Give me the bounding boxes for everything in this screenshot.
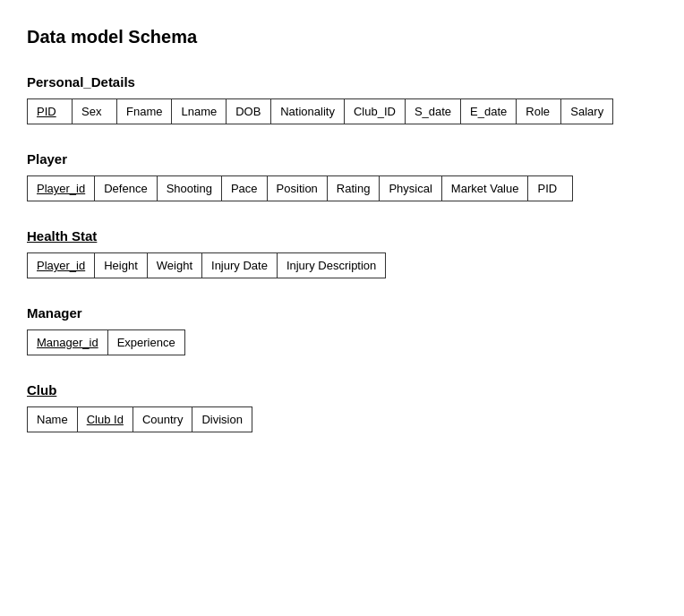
table-cell: Market Value (441, 176, 528, 201)
table-cell: Player_id (28, 253, 95, 278)
section-club: ClubNameClub IdCountryDivision (27, 382, 657, 432)
table-cell: Nationality (271, 99, 345, 124)
table-row: Manager_idExperience (28, 330, 185, 355)
table-cell: Height (95, 253, 148, 278)
table-cell: Manager_id (28, 330, 108, 355)
table-cell: PID (528, 176, 573, 201)
table-cell: Country (133, 407, 192, 432)
table-cell: Physical (380, 176, 441, 201)
table-row: NameClub IdCountryDivision (28, 407, 252, 432)
table-cell: E_date (461, 99, 517, 124)
table-cell: Injury Description (277, 253, 385, 278)
table-cell: Injury Date (202, 253, 278, 278)
table-personal-details: PIDSexFnameLnameDOBNationalityClub_IDS_d… (27, 98, 613, 124)
table-cell: Division (192, 407, 252, 432)
section-player: PlayerPlayer_idDefenceShootingPacePositi… (27, 151, 657, 201)
section-title-personal-details: Personal_Details (27, 74, 657, 90)
table-cell: Position (267, 176, 327, 201)
table-cell: S_date (405, 99, 460, 124)
table-cell: DOB (227, 99, 271, 124)
table-cell: Defence (95, 176, 157, 201)
table-cell: Name (28, 407, 78, 432)
table-club: NameClub IdCountryDivision (27, 406, 252, 432)
table-row: PIDSexFnameLnameDOBNationalityClub_IDS_d… (28, 99, 613, 124)
section-health-stat: Health StatPlayer_idHeightWeightInjury D… (27, 228, 657, 278)
table-row: Player_idDefenceShootingPacePositionRati… (28, 176, 573, 201)
section-personal-details: Personal_DetailsPIDSexFnameLnameDOBNatio… (27, 74, 657, 124)
table-player: Player_idDefenceShootingPacePositionRati… (27, 175, 573, 201)
table-cell: Rating (327, 176, 380, 201)
table-cell: Sex (73, 99, 117, 124)
section-title-health-stat: Health Stat (27, 228, 657, 244)
table-cell: Weight (147, 253, 201, 278)
table-cell: Role (517, 99, 561, 124)
table-row: Player_idHeightWeightInjury DateInjury D… (28, 253, 386, 278)
page-title: Data model Schema (27, 27, 657, 47)
table-cell: Salary (561, 99, 613, 124)
table-cell: Club_ID (344, 99, 405, 124)
table-health-stat: Player_idHeightWeightInjury DateInjury D… (27, 252, 386, 278)
table-cell: PID (28, 99, 73, 124)
table-cell: Pace (221, 176, 267, 201)
table-cell: Player_id (28, 176, 95, 201)
table-cell: Club Id (77, 407, 133, 432)
table-cell: Experience (107, 330, 184, 355)
section-title-manager: Manager (27, 305, 657, 321)
section-title-club: Club (27, 382, 657, 398)
section-title-player: Player (27, 151, 657, 167)
table-cell: Lname (172, 99, 227, 124)
table-manager: Manager_idExperience (27, 329, 185, 355)
table-cell: Shooting (157, 176, 221, 201)
section-manager: ManagerManager_idExperience (27, 305, 657, 355)
table-cell: Fname (117, 99, 172, 124)
